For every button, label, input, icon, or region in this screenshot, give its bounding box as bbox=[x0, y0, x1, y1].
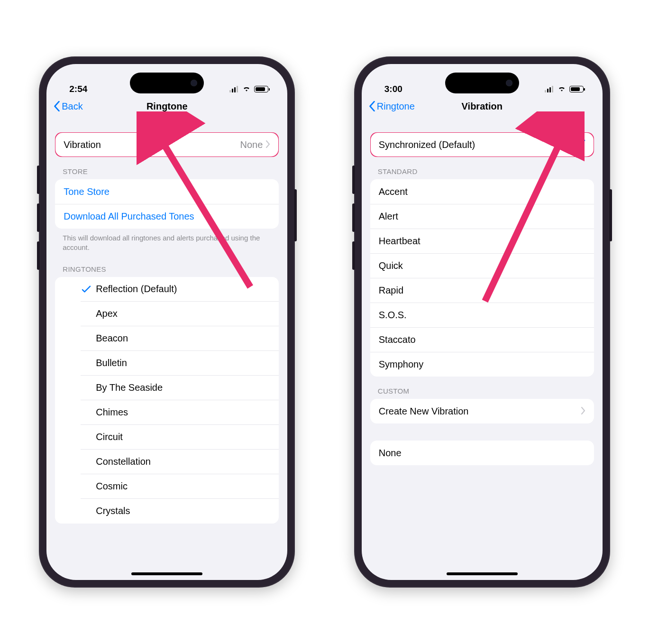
row-label: Crystals bbox=[96, 506, 270, 516]
ringtones-list: Reflection (Default)ApexBeaconBulletinBy… bbox=[55, 277, 279, 524]
phone-right: 3:00 Ringtone Vibration Synchronized (De… bbox=[354, 56, 610, 588]
row-label: Bulletin bbox=[96, 358, 270, 368]
chevron-right-icon bbox=[581, 406, 585, 417]
nav-bar: Back Ringtone bbox=[46, 94, 287, 118]
vibration-row[interactable]: Vibration None bbox=[55, 132, 279, 157]
wifi-icon bbox=[557, 84, 567, 94]
tone-store-row[interactable]: Tone Store bbox=[55, 179, 279, 204]
row-label: Download All Purchased Tones bbox=[64, 211, 270, 222]
ringtone-row[interactable]: Reflection (Default) bbox=[55, 277, 279, 302]
back-button[interactable]: Ringtone bbox=[368, 101, 415, 112]
row-label: Rapid bbox=[379, 285, 585, 296]
home-indicator[interactable] bbox=[447, 572, 518, 575]
row-label: Staccato bbox=[379, 334, 585, 345]
vibration-pattern-row[interactable]: Staccato bbox=[370, 327, 594, 352]
row-label: Vibration bbox=[64, 139, 240, 150]
vibration-pattern-row[interactable]: Alert bbox=[370, 204, 594, 229]
vibration-card: Vibration None bbox=[55, 132, 279, 157]
default-vibration-card: Synchronized (Default) bbox=[370, 132, 594, 157]
none-card: None bbox=[370, 441, 594, 465]
home-indicator[interactable] bbox=[131, 572, 202, 575]
standard-list: AccentAlertHeartbeatQuickRapidS.O.S.Stac… bbox=[370, 179, 594, 377]
dynamic-island bbox=[130, 73, 204, 93]
chevron-right-icon bbox=[265, 139, 270, 150]
ringtone-row[interactable]: Beacon bbox=[55, 326, 279, 351]
vibration-pattern-row[interactable]: Heartbeat bbox=[370, 229, 594, 253]
row-value: None bbox=[240, 139, 263, 150]
ringtone-row[interactable]: Cosmic bbox=[55, 474, 279, 499]
row-label: Circuit bbox=[96, 432, 270, 442]
ringtone-row[interactable]: Chimes bbox=[55, 400, 279, 425]
vibration-pattern-row[interactable]: Rapid bbox=[370, 278, 594, 303]
row-label: Heartbeat bbox=[379, 236, 585, 247]
screen-right: 3:00 Ringtone Vibration Synchronized (De… bbox=[362, 64, 603, 580]
row-label: Beacon bbox=[96, 333, 270, 344]
store-footer: This will download all ringtones and ale… bbox=[46, 229, 287, 255]
row-label: By The Seaside bbox=[96, 382, 270, 393]
row-label: None bbox=[379, 448, 585, 459]
ringtone-row[interactable]: By The Seaside bbox=[55, 376, 279, 400]
ringtone-row[interactable]: Circuit bbox=[55, 425, 279, 450]
vibration-pattern-row[interactable]: Accent bbox=[370, 179, 594, 204]
back-button[interactable]: Back bbox=[53, 101, 82, 112]
row-label: Symphony bbox=[379, 359, 585, 370]
back-label: Ringtone bbox=[377, 101, 415, 112]
status-icons bbox=[229, 84, 268, 94]
checkmark-icon bbox=[575, 139, 585, 151]
synchronized-row[interactable]: Synchronized (Default) bbox=[370, 132, 594, 157]
row-label: Chimes bbox=[96, 407, 270, 418]
row-label: Apex bbox=[96, 308, 270, 319]
row-label: Create New Vibration bbox=[379, 406, 581, 417]
back-label: Back bbox=[62, 101, 82, 112]
create-new-vibration-row[interactable]: Create New Vibration bbox=[370, 399, 594, 423]
custom-header: CUSTOM bbox=[362, 377, 603, 399]
nav-bar: Ringtone Vibration bbox=[362, 94, 603, 118]
ringtone-row[interactable]: Crystals bbox=[55, 499, 279, 524]
checkmark-icon bbox=[79, 285, 96, 294]
chevron-left-icon bbox=[53, 101, 61, 111]
dynamic-island bbox=[445, 73, 519, 93]
status-time: 3:00 bbox=[384, 84, 402, 94]
row-label: S.O.S. bbox=[379, 310, 585, 321]
row-label: Quick bbox=[379, 260, 585, 271]
status-icons bbox=[545, 84, 584, 94]
wifi-icon bbox=[242, 84, 251, 94]
row-label: Cosmic bbox=[96, 481, 270, 492]
store-card: Tone Store Download All Purchased Tones bbox=[55, 179, 279, 229]
phone-left: 2:54 Back Ringtone Vibration None bbox=[39, 56, 295, 588]
row-label: Reflection (Default) bbox=[96, 284, 270, 294]
row-label: Constellation bbox=[96, 456, 270, 467]
ringtone-row[interactable]: Apex bbox=[55, 302, 279, 326]
cellular-icon bbox=[545, 86, 554, 92]
row-label: Accent bbox=[379, 186, 585, 197]
chevron-left-icon bbox=[368, 101, 376, 111]
ringtone-row[interactable]: Bulletin bbox=[55, 351, 279, 376]
screen-left: 2:54 Back Ringtone Vibration None bbox=[46, 64, 287, 580]
row-label: Synchronized (Default) bbox=[379, 139, 575, 150]
battery-icon bbox=[569, 86, 584, 92]
row-label: Tone Store bbox=[64, 186, 270, 197]
row-label: Alert bbox=[379, 211, 585, 222]
download-purchased-row[interactable]: Download All Purchased Tones bbox=[55, 204, 279, 229]
none-row[interactable]: None bbox=[370, 441, 594, 465]
ringtone-row[interactable]: Constellation bbox=[55, 450, 279, 474]
store-header: STORE bbox=[46, 157, 287, 179]
content[interactable]: Synchronized (Default) STANDARD AccentAl… bbox=[362, 118, 603, 571]
status-time: 2:54 bbox=[69, 84, 87, 94]
ringtones-header: RINGTONES bbox=[46, 255, 287, 277]
standard-header: STANDARD bbox=[362, 157, 603, 179]
vibration-pattern-row[interactable]: Symphony bbox=[370, 352, 594, 377]
battery-icon bbox=[254, 86, 268, 92]
vibration-pattern-row[interactable]: S.O.S. bbox=[370, 303, 594, 327]
vibration-pattern-row[interactable]: Quick bbox=[370, 253, 594, 278]
content[interactable]: Vibration None STORE Tone Store bbox=[46, 118, 287, 571]
cellular-icon bbox=[229, 86, 239, 92]
custom-card: Create New Vibration bbox=[370, 399, 594, 423]
